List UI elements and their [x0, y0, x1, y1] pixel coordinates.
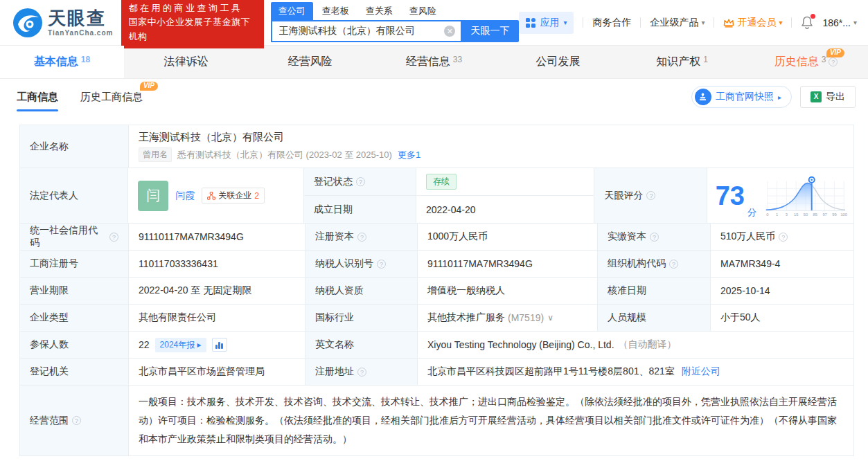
svg-text:99: 99	[832, 213, 836, 217]
apps-menu[interactable]: 应用 ▾	[519, 12, 574, 34]
slogan-line1: 都在用的商业查询工具	[128, 1, 256, 15]
vip-badge: VIP	[140, 82, 158, 91]
related-companies-badge[interactable]: 关联企业 2	[202, 188, 265, 204]
clear-search-icon[interactable]: ✕	[444, 26, 455, 37]
tab-count: 1	[703, 55, 708, 64]
auto-translate-note: （自动翻译）	[619, 338, 677, 351]
tianyancha-company-page: 天眼查 TianYanCha.com 都在用的商业查询工具 国家中小企业发展子基…	[0, 0, 868, 461]
svg-text:50: 50	[804, 213, 808, 217]
help-icon[interactable]: ?	[356, 177, 365, 186]
insured-count-value: 22	[139, 339, 150, 350]
reg-capital-value: 1000万人民币	[418, 224, 598, 250]
export-button[interactable]: X 导出	[800, 86, 856, 108]
tab-label: 经营信息	[406, 55, 450, 69]
industry-value-cell: 其他技术推广服务 (M7519) ∨	[418, 305, 598, 331]
est-date-row: 成立日期 2022-04-20	[304, 196, 594, 223]
subtab-business-info[interactable]: 工商信息	[17, 79, 58, 115]
svg-text:15: 15	[794, 213, 798, 217]
search-tab-relation[interactable]: 查关系	[358, 2, 400, 20]
table-row: 经营范围 ? 一般项目：技术服务、技术开发、技术咨询、技术交流、技术转让、技术推…	[20, 386, 853, 456]
brand-domain: TianYanCha.com	[48, 30, 113, 37]
help-icon[interactable]: ?	[829, 57, 838, 66]
user-account-menu[interactable]: 186*... ▾	[822, 17, 857, 28]
taxpayer-quality-value: 增值税一般纳税人	[418, 278, 598, 304]
tianyancha-logo[interactable]: 天眼查 TianYanCha.com	[12, 8, 113, 38]
search-tab-boss[interactable]: 查老板	[315, 2, 357, 20]
tab-label: 历史信息	[774, 55, 819, 69]
staff-size-label: 人员规模	[598, 305, 711, 331]
insured-trend-chart-icon[interactable]	[212, 338, 227, 352]
uscc-label-cell: 统一社会信用代码 ?	[20, 224, 129, 250]
company-name: 王海测试科技（北京）有限公司	[139, 131, 844, 144]
avatar[interactable]: 闫	[138, 181, 168, 211]
table-row: 参保人数 22 2024年报 ▸ 英文名称 Xiyou Testing Tech…	[20, 332, 853, 359]
approval-date-value: 2025-10-14	[711, 278, 853, 304]
help-icon[interactable]: ?	[72, 416, 81, 425]
help-icon[interactable]: ?	[377, 260, 386, 269]
insured-count-label: 参保人数	[20, 332, 129, 358]
help-icon[interactable]: ?	[669, 260, 678, 269]
arrow-right-icon: ▸	[778, 93, 781, 101]
open-membership-menu[interactable]: 开通会员 ▾	[723, 17, 782, 29]
tab-intellectual-property[interactable]: 知识产权 1	[620, 46, 744, 78]
org-code-value: MA7MR349-4	[711, 251, 853, 277]
help-icon[interactable]: ?	[779, 233, 788, 242]
divider	[640, 17, 641, 28]
annual-report-badge[interactable]: 2024年报 ▸	[155, 338, 206, 352]
svg-text:85: 85	[813, 213, 817, 217]
score-unit: 分	[747, 206, 756, 219]
org-code-label: 组织机构代码	[608, 257, 666, 270]
help-icon[interactable]: ?	[646, 191, 655, 200]
tab-legal-proceedings[interactable]: 法律诉讼	[124, 46, 248, 78]
more-former-names-link[interactable]: 更多1	[398, 149, 420, 161]
score-distribution-chart: 0 1 3 15 50 85 97 99 100	[763, 174, 848, 217]
chevron-down-icon: ▾	[563, 19, 567, 26]
search-tab-company[interactable]: 查公司	[271, 2, 313, 20]
brand-name: 天眼查	[48, 9, 113, 27]
nearby-companies-link[interactable]: 附近公司	[682, 365, 720, 378]
search-tab-risk[interactable]: 查风险	[402, 2, 444, 20]
taxpayer-id-label-cell: 纳税人识别号 ?	[305, 251, 418, 277]
enterprise-products-menu[interactable]: 企业级产品 ▾	[650, 17, 705, 29]
paid-capital-value: 510万人民币	[720, 230, 775, 243]
network-icon	[207, 192, 215, 200]
help-icon[interactable]: ?	[109, 233, 118, 242]
former-name-badge: 曾用名	[139, 147, 172, 162]
tab-operation-info[interactable]: 经营信息 33	[372, 46, 496, 78]
tab-count: 18	[81, 55, 90, 64]
company-type-label: 企业类型	[20, 305, 129, 331]
tab-company-development[interactable]: 公司发展	[496, 46, 620, 78]
tab-operation-risk[interactable]: 经营风险	[248, 46, 372, 78]
apps-label: 应用	[540, 17, 559, 29]
legal-rep-name-link[interactable]: 闫霞	[175, 190, 195, 202]
tab-label: 基本信息	[34, 55, 78, 69]
legal-rep-cell: 闫 闫霞 关联企业 2	[128, 168, 304, 223]
search-input[interactable]	[271, 20, 461, 42]
score-value: 73	[716, 183, 745, 209]
divider	[714, 17, 714, 28]
help-icon[interactable]: ?	[357, 368, 366, 377]
search-button[interactable]: 天眼一下	[461, 20, 519, 42]
open-membership-label: 开通会员	[737, 17, 776, 29]
related-companies-label: 关联企业	[218, 190, 251, 201]
help-icon[interactable]: ?	[650, 233, 659, 242]
notifications-bell-icon[interactable]	[801, 16, 813, 29]
chevron-down-icon[interactable]: ∨	[547, 313, 553, 323]
business-cooperation-link[interactable]: 商务合作	[592, 17, 631, 29]
brand-slogan: 都在用的商业查询工具 国家中小企业发展子基金旗下机构	[121, 0, 263, 48]
reg-address-label: 注册地址	[315, 365, 354, 378]
tab-basic-info[interactable]: 基本信息 18	[0, 46, 124, 78]
subtab-history-business-info[interactable]: 历史工商信息 VIP	[80, 79, 143, 115]
score-cell[interactable]: 73 分	[707, 168, 853, 223]
reg-address-value: 北京市昌平区科技园区超前路甲1号11号楼8层801、821室	[427, 365, 675, 378]
tab-history-info[interactable]: VIP 历史信息 3 ?	[744, 46, 868, 78]
excel-icon: X	[811, 91, 822, 102]
reg-status-row: 登记状态 ? 存续	[304, 168, 594, 196]
company-section-nav: 基本信息 18 法律诉讼 经营风险 经营信息 33 公司发展 知识产权 1 VI…	[0, 46, 868, 79]
paid-capital-label-cell: 实缴资本 ?	[598, 224, 711, 250]
slogan-line2: 国家中小企业发展子基金旗下机构	[128, 15, 256, 43]
svg-text:3: 3	[786, 213, 788, 217]
former-name-text: 悉有测试科技（北京）有限公司 (2023-02 至 2025-10)	[177, 149, 392, 161]
help-icon[interactable]: ?	[357, 233, 366, 242]
official-snapshot-button[interactable]: 工商官网快照 ▸	[691, 86, 792, 108]
